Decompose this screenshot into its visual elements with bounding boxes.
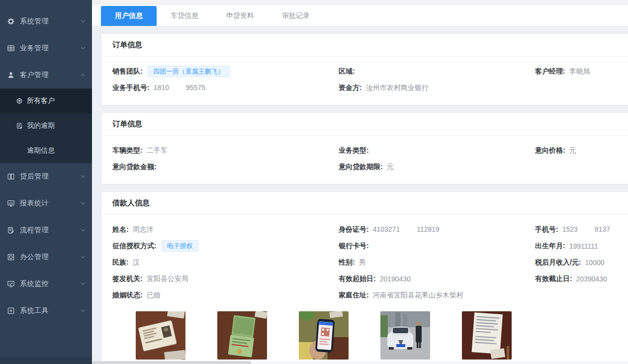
sidebar-item-office-management[interactable]: 办公管理 <box>0 244 92 271</box>
privacy-smudge <box>170 85 185 92</box>
field-label: 婚姻状态: <box>112 291 143 300</box>
field: 有效截止日:20390430 <box>535 274 628 283</box>
field-value: 20390430 <box>576 275 607 283</box>
chevron-down-icon <box>80 45 86 51</box>
field-value: 汉 <box>133 258 140 267</box>
field: 性别:男 <box>339 258 535 267</box>
tab-loan-application-docs[interactable]: 申贷资料 <box>212 6 268 26</box>
field-label: 意向贷款期限: <box>339 163 383 172</box>
chevron-down-icon <box>80 308 86 314</box>
field-label: 区域: <box>339 67 355 76</box>
green-booklet-image[interactable] <box>217 311 267 360</box>
sidebar-item-process-management[interactable]: 流程管理 <box>0 217 92 244</box>
field: 出生年月:19911111 <box>535 242 628 251</box>
monitor-chart-icon <box>7 199 15 207</box>
field: 身份证号:4103271112819 <box>339 225 535 234</box>
field-value: 元 <box>387 163 394 172</box>
top-strip <box>92 0 628 4</box>
field-label: 税后月收入/元: <box>535 258 581 267</box>
horizontal-scrollbar[interactable] <box>92 361 628 364</box>
sidebar-item-label: 业务管理 <box>20 44 80 53</box>
order-info-card-1: 订单信息销售团队:四团一营（直属王鹏飞）区域:客户经理:李晓旭业务手机号:181… <box>101 33 628 105</box>
gear-icon <box>7 17 15 25</box>
id-card-photo[interactable]: 身份证 <box>136 311 185 364</box>
sidebar-item-label: 流程管理 <box>20 226 80 235</box>
tab-user-info[interactable]: 用户信息 <box>101 6 157 26</box>
phone-qr-image[interactable] <box>299 311 349 360</box>
tab-car-loan-info[interactable]: 车贷信息 <box>157 6 212 26</box>
scrollbar-thumb[interactable] <box>92 361 251 364</box>
sidebar-item-all-customers[interactable]: 所有客户 <box>0 89 92 113</box>
field-label: 车辆类型: <box>112 146 143 155</box>
sidebar-item-label: 客户管理 <box>20 71 80 80</box>
paper-doc-image[interactable] <box>462 311 512 360</box>
field-value-tag[interactable]: 四团一营（直属王鹏飞） <box>148 66 230 78</box>
log-icon <box>16 122 23 129</box>
field-label: 资金方: <box>339 84 362 92</box>
field-value: 20190430 <box>380 275 411 283</box>
field: 意向价格:元 <box>535 146 628 155</box>
chevron-down-icon <box>80 200 86 206</box>
auth-code-photo[interactable]: 授权码 <box>299 311 349 364</box>
field: 民族:汉 <box>112 258 339 267</box>
field-value: 周志洋 <box>133 225 154 234</box>
sidebar-submenu-customer-management: 所有客户我的逾期逾期信息 <box>0 89 92 163</box>
field-label: 意向贷款金额: <box>112 163 157 172</box>
sidebar-footer-bar <box>0 357 92 364</box>
chevron-down-icon <box>80 174 86 180</box>
sidebar-item-report-statistics[interactable]: 报表统计 <box>0 190 92 217</box>
sidebar-item-label: 报表统计 <box>20 199 80 208</box>
license-photo[interactable]: 驾驶证副页 <box>217 311 267 364</box>
field-label: 手机号: <box>535 225 558 234</box>
field-label: 银行卡号: <box>339 242 369 251</box>
sidebar-item-system-monitor[interactable]: 系统监控 <box>0 271 92 297</box>
field: 资金方:汝州市农村商业银行 <box>339 84 535 92</box>
sidebar-item-my-overdue[interactable]: 我的逾期 <box>0 113 92 138</box>
field: 婚姻状态:已婚 <box>112 291 339 300</box>
field-value: 已婚 <box>147 291 161 300</box>
wheel-icon <box>16 97 23 104</box>
field-label: 有效起始日: <box>339 274 376 283</box>
field-value: 男 <box>359 258 366 267</box>
field-value: 汝州市农村商业银行 <box>366 84 429 92</box>
field: 业务手机号:181095575 <box>112 84 339 92</box>
sidebar-item-label: 贷后管理 <box>20 172 80 181</box>
card-title: 订单信息 <box>101 34 628 57</box>
sidebar-item-business-management[interactable]: 业务管理 <box>0 35 92 62</box>
sidebar-item-system-management[interactable]: 系统管理 <box>0 8 92 35</box>
sidebar-menu: 系统管理业务管理客户管理所有客户我的逾期逾期信息贷后管理报表统计流程管理办公管理… <box>0 0 92 357</box>
field-label: 客户经理: <box>535 67 565 76</box>
field-label: 签发机关: <box>112 274 143 283</box>
field: 销售团队:四团一营（直属王鹏飞） <box>112 66 339 78</box>
car-person-image[interactable] <box>380 311 430 360</box>
sidebar-item-post-loan-management[interactable]: 贷后管理 <box>0 163 92 190</box>
privacy-smudge <box>578 226 594 234</box>
sidebar-item-label: 系统监控 <box>20 279 80 288</box>
sidebar: 系统管理业务管理客户管理所有客户我的逾期逾期信息贷后管理报表统计流程管理办公管理… <box>0 0 92 364</box>
sidebar-item-customer-management[interactable]: 客户管理 <box>0 62 92 89</box>
office-icon <box>7 253 15 261</box>
car-person-photo[interactable]: 人车合影 <box>380 311 430 364</box>
user-icon <box>7 71 15 79</box>
id-card-image[interactable] <box>136 311 185 360</box>
field-value: 二手车 <box>147 146 168 155</box>
field-row: 姓名:周志洋身份证号:4103271112819手机号:15238137 <box>112 221 628 238</box>
sidebar-item-label: 系统管理 <box>20 17 80 26</box>
field: 业务类型: <box>339 146 535 155</box>
sidebar-item-system-tools[interactable]: 系统工具 <box>0 297 92 324</box>
card-body: 姓名:周志洋身份证号:4103271112819手机号:15238137征信授权… <box>101 215 628 364</box>
sidebar-item-label: 我的逾期 <box>27 121 55 130</box>
chevron-down-icon <box>80 227 86 233</box>
main-area: 用户信息车贷信息申贷资料审批记录 订单信息销售团队:四团一营（直属王鹏飞）区域:… <box>92 0 628 364</box>
field-row: 征信授权方式:电子授权银行卡号:出生年月:19911111 <box>112 238 628 254</box>
other-doc-photo[interactable]: 其他资料 <box>462 311 512 364</box>
field-label: 业务手机号: <box>112 84 150 92</box>
field-value-tag[interactable]: 电子授权 <box>162 240 198 252</box>
tab-approval-records[interactable]: 审批记录 <box>268 6 324 26</box>
card-title: 借款人信息 <box>101 192 628 215</box>
field-label: 意向价格: <box>535 146 565 155</box>
card-title: 订单信息 <box>101 113 628 136</box>
sidebar-item-overdue-info[interactable]: 逾期信息 <box>0 138 92 163</box>
tab-bar: 用户信息车贷信息申贷资料审批记录 <box>92 4 628 26</box>
clipboard-edit-icon <box>7 226 15 234</box>
